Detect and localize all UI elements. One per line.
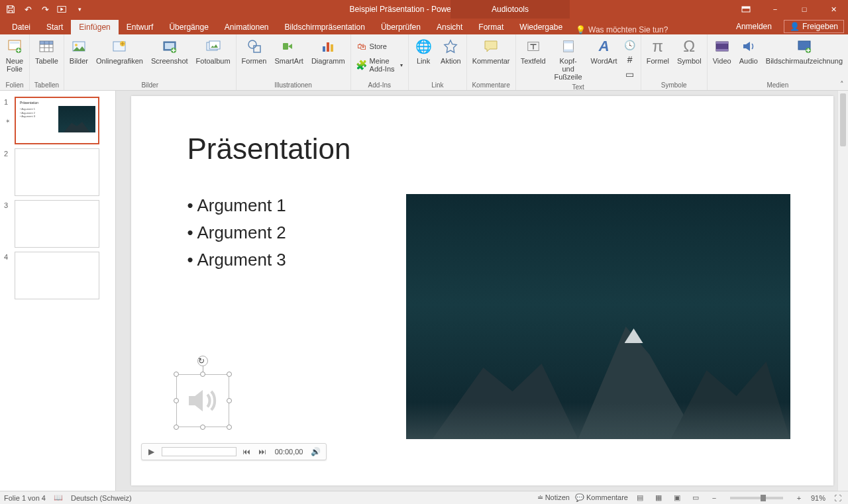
- zoom-slider[interactable]: [730, 497, 783, 499]
- media-track[interactable]: [162, 447, 237, 456]
- collapse-ribbon-icon[interactable]: ˄: [840, 80, 844, 89]
- undo-icon[interactable]: ↶: [20, 1, 36, 17]
- my-addins-button[interactable]: 🧩Meine Add-Ins▾: [354, 56, 405, 74]
- thumb-preview-3[interactable]: [15, 200, 99, 248]
- sorter-view-icon[interactable]: ▦: [652, 493, 665, 503]
- thumbnail-1[interactable]: 1 ✶ Präsentation • Argument 1• Argument …: [0, 95, 115, 146]
- link-button[interactable]: 🌐Link: [411, 36, 435, 66]
- slide-counter[interactable]: Folie 1 von 4: [4, 494, 46, 502]
- language-indicator[interactable]: Deutsch (Schweiz): [71, 494, 132, 502]
- slide-bullets[interactable]: Argument 1 Argument 2 Argument 3: [187, 195, 286, 277]
- resize-handle[interactable]: [227, 372, 232, 377]
- rotate-handle-icon[interactable]: ↻: [197, 356, 208, 366]
- maximize-button[interactable]: □: [790, 0, 819, 19]
- resize-handle[interactable]: [200, 372, 205, 377]
- smartart-button[interactable]: SmartArt: [272, 36, 305, 66]
- symbol-button[interactable]: ΩSymbol: [674, 36, 704, 66]
- chart-button[interactable]: Diagramm: [309, 36, 348, 66]
- prev-button[interactable]: ⏮: [240, 446, 252, 458]
- tab-file[interactable]: Datei: [4, 20, 38, 34]
- slide-thumbnail-panel[interactable]: 1 ✶ Präsentation • Argument 1• Argument …: [0, 91, 116, 491]
- tab-einfuegen[interactable]: Einfügen: [71, 20, 118, 34]
- audio-button[interactable]: Audio: [737, 36, 761, 66]
- next-button[interactable]: ⏭: [256, 446, 268, 458]
- zoom-thumb[interactable]: [761, 495, 766, 501]
- save-icon[interactable]: [3, 1, 19, 17]
- object-button[interactable]: ▭: [622, 68, 638, 81]
- textbox-icon: [524, 37, 543, 56]
- volume-button[interactable]: 🔊: [310, 446, 322, 458]
- textbox-button[interactable]: Textfeld: [519, 36, 548, 66]
- action-button[interactable]: Aktion: [438, 36, 464, 66]
- thumb-preview-2[interactable]: [15, 148, 99, 196]
- tab-entwurf[interactable]: Entwurf: [119, 20, 162, 34]
- tab-bildschirmpraesentation[interactable]: Bildschirmpräsentation: [277, 20, 373, 34]
- slide-title[interactable]: Präsentation: [187, 132, 351, 166]
- close-button[interactable]: ✕: [819, 0, 848, 19]
- group-label-bilder: Bilder: [67, 80, 233, 90]
- store-button[interactable]: 🛍Store: [354, 40, 390, 53]
- table-button[interactable]: Tabelle: [32, 36, 61, 66]
- wordart-button[interactable]: AWordArt: [588, 36, 619, 66]
- new-slide-button[interactable]: Neue Folie: [3, 36, 26, 74]
- thumbnail-4[interactable]: 4: [0, 250, 115, 301]
- resize-handle[interactable]: [200, 425, 205, 430]
- date-time-button[interactable]: 🕓: [622, 38, 638, 52]
- qat-customize-icon[interactable]: ▾: [72, 1, 87, 17]
- scroll-thumb[interactable]: [840, 93, 846, 146]
- ribbon-display-options-icon[interactable]: [731, 0, 761, 19]
- header-footer-button[interactable]: Kopf- und Fußzeile: [551, 36, 586, 82]
- resize-handle[interactable]: [174, 372, 179, 377]
- sign-in-link[interactable]: Anmelden: [728, 19, 780, 34]
- tab-format[interactable]: Format: [470, 20, 511, 34]
- slide-canvas[interactable]: Präsentation Argument 1 Argument 2 Argum…: [131, 96, 833, 485]
- zoom-in-button[interactable]: +: [792, 493, 806, 503]
- tab-start[interactable]: Start: [38, 20, 71, 34]
- shapes-button[interactable]: Formen: [239, 36, 270, 66]
- thumbnail-2[interactable]: 2: [0, 146, 115, 198]
- thumb-preview-1[interactable]: Präsentation • Argument 1• Argument 2• A…: [15, 97, 99, 144]
- normal-view-icon[interactable]: ▤: [633, 493, 647, 503]
- resize-handle[interactable]: [174, 425, 179, 430]
- comments-button[interactable]: 💬 Kommentare: [575, 493, 628, 502]
- tab-wiedergabe[interactable]: Wiedergabe: [511, 20, 570, 34]
- share-button[interactable]: 👤 Freigeben: [784, 20, 844, 33]
- spellcheck-icon[interactable]: 📖: [54, 493, 63, 502]
- vertical-scrollbar[interactable]: [837, 91, 848, 491]
- comment-button[interactable]: Kommentar: [470, 36, 513, 66]
- thumb-preview-4[interactable]: [15, 252, 99, 299]
- screen-recording-button[interactable]: Bildschirmaufzeichnung: [763, 36, 845, 66]
- pictures-icon: [70, 37, 88, 56]
- thumbnail-3[interactable]: 3: [0, 198, 115, 250]
- play-button[interactable]: ▶: [146, 446, 158, 458]
- tab-ueberpruefen[interactable]: Überprüfen: [373, 20, 429, 34]
- reading-view-icon[interactable]: ▣: [670, 493, 684, 503]
- resize-handle[interactable]: [174, 398, 179, 403]
- start-from-beginning-icon[interactable]: [54, 1, 70, 17]
- symbol-icon: Ω: [680, 37, 698, 56]
- tab-ansicht[interactable]: Ansicht: [429, 20, 470, 34]
- audio-object-selected[interactable]: ↻: [176, 374, 229, 427]
- video-button[interactable]: Video: [710, 36, 734, 66]
- screenshot-button[interactable]: Screenshot: [148, 36, 191, 66]
- resize-handle[interactable]: [227, 425, 232, 430]
- tell-me-search[interactable]: 💡 Was möchten Sie tun?: [570, 25, 673, 34]
- slide-number-button[interactable]: #: [622, 53, 638, 66]
- resize-handle[interactable]: [227, 398, 232, 403]
- slide-image[interactable]: [406, 194, 790, 439]
- wordart-icon: A: [595, 37, 613, 56]
- group-label-symbole: Symbole: [644, 80, 704, 90]
- zoom-level[interactable]: 91%: [811, 494, 825, 502]
- notes-button[interactable]: ≐ Notizen: [537, 493, 570, 502]
- online-pictures-button[interactable]: Onlinegrafiken: [93, 36, 146, 66]
- equation-button[interactable]: πFormel: [644, 36, 672, 66]
- photo-album-button[interactable]: Fotoalbum: [193, 36, 233, 66]
- zoom-out-button[interactable]: −: [708, 493, 721, 503]
- tab-uebergaenge[interactable]: Übergänge: [161, 20, 216, 34]
- redo-icon[interactable]: ↷: [37, 1, 53, 17]
- minimize-button[interactable]: −: [761, 0, 790, 19]
- tab-animationen[interactable]: Animationen: [217, 20, 277, 34]
- pictures-button[interactable]: Bilder: [67, 36, 91, 66]
- fit-to-window-icon[interactable]: ⛶: [831, 493, 844, 503]
- slideshow-view-icon[interactable]: ▭: [689, 493, 702, 503]
